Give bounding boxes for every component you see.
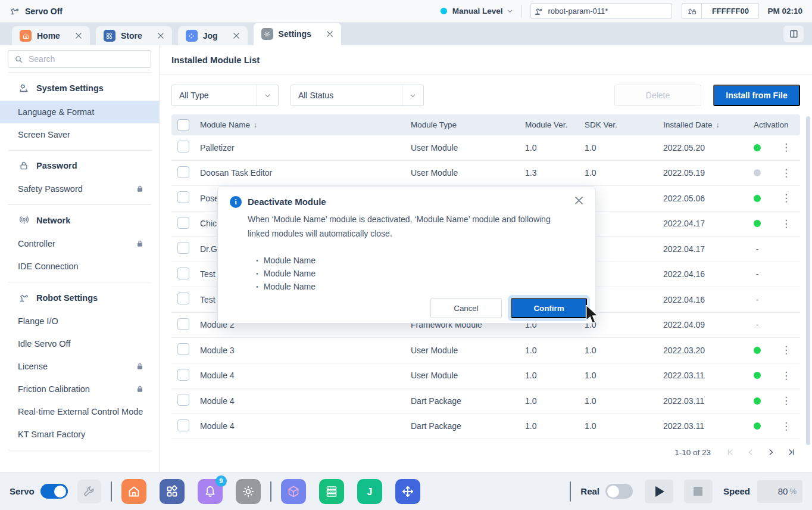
io-monitor-button[interactable] (319, 479, 344, 504)
home-shortcut-button[interactable] (121, 479, 146, 504)
simulator-button[interactable] (281, 479, 306, 504)
speed-value-box[interactable]: 80 % (757, 480, 802, 503)
row-menu-icon[interactable]: ⋮ (781, 421, 791, 431)
row-checkbox[interactable] (177, 343, 189, 355)
notifications-button[interactable]: 9 (198, 479, 223, 504)
tab-settings[interactable]: Settings (254, 23, 341, 45)
mouse-cursor (585, 305, 601, 328)
vertical-scrollbar[interactable] (806, 116, 810, 445)
row-menu-icon[interactable]: ⋮ (781, 371, 791, 381)
row-checkbox[interactable] (177, 166, 189, 178)
sidebar-section-title: Robot Settings (8, 285, 151, 310)
type-filter-value: All Type (172, 91, 257, 100)
hex-id-field[interactable]: FFFFFF00 (702, 3, 759, 19)
delete-button[interactable]: Delete (614, 85, 701, 106)
close-icon[interactable] (233, 32, 240, 39)
sidebar-item-idle-servo-off[interactable]: Idle Servo Off (0, 332, 159, 355)
col-installed-date[interactable]: Installed Date↓ (663, 120, 747, 129)
row-menu-icon[interactable]: ⋮ (781, 142, 791, 153)
search-input[interactable]: Search (8, 50, 151, 68)
info-icon: i (230, 196, 242, 208)
cell-module-name: Module 4 (200, 371, 411, 380)
robot-lock-icon[interactable] (682, 3, 702, 19)
row-menu-icon[interactable]: ⋮ (781, 168, 791, 178)
sidebar-item-kt-smart-factory[interactable]: KT Smart Factory (0, 423, 159, 446)
apps-icon (104, 30, 115, 42)
activation-dot-on (754, 422, 761, 430)
robot-param-field[interactable]: robot-param-011* (530, 3, 672, 19)
servo-toggle[interactable] (40, 484, 68, 499)
row-checkbox[interactable] (177, 419, 189, 431)
split-view-icon[interactable] (783, 26, 804, 42)
row-menu-icon[interactable]: ⋮ (781, 193, 791, 203)
sidebar-item-ide-connection[interactable]: IDE Connection (0, 255, 159, 278)
row-checkbox[interactable] (177, 242, 189, 254)
cell-module-ver: 1.3 (525, 168, 585, 178)
section-title-label: Password (36, 161, 77, 170)
cell-sdk-ver: 1.0 (585, 421, 663, 431)
no-activation-dash: - (754, 320, 761, 329)
row-menu-icon[interactable]: ⋮ (781, 345, 791, 355)
row-checkbox-cell (171, 242, 200, 256)
close-icon[interactable] (326, 30, 333, 38)
install-from-file-button[interactable]: Install from File (713, 85, 800, 106)
next-page-icon[interactable] (762, 444, 780, 460)
settings-shortcut-button[interactable] (236, 479, 261, 504)
last-page-icon[interactable] (782, 444, 800, 460)
apps-shortcut-button[interactable] (160, 479, 185, 504)
row-checkbox[interactable] (177, 318, 189, 330)
tab-jog[interactable]: Jog (178, 26, 248, 45)
cell-module-name: Module 4 (200, 396, 411, 406)
row-checkbox[interactable] (177, 293, 189, 304)
sidebar-item-label: KT Smart Factory (18, 430, 85, 439)
stop-button[interactable] (684, 480, 713, 503)
row-checkbox[interactable] (177, 141, 189, 153)
sidebar-item-safety-password[interactable]: Safety Password (0, 178, 159, 200)
row-checkbox[interactable] (177, 268, 189, 279)
speed-label: Speed (723, 486, 750, 496)
select-all-checkbox[interactable] (177, 119, 189, 131)
first-page-icon[interactable] (722, 444, 739, 460)
confirm-button[interactable]: Confirm (511, 298, 587, 318)
sidebar-item-friction-calibration[interactable]: Friction Calibration (0, 378, 159, 400)
row-checkbox[interactable] (177, 369, 189, 381)
sidebar-item-screen-saver[interactable]: Screen Saver (0, 123, 159, 146)
row-checkbox-cell (171, 268, 200, 281)
move-tool-button[interactable] (395, 479, 420, 504)
col-module-name[interactable]: Module Name↓ (200, 120, 411, 129)
sidebar-item-real-time-external-control-mode[interactable]: Real-time External Control Mode (0, 400, 159, 423)
close-icon[interactable] (75, 32, 82, 39)
row-checkbox[interactable] (177, 191, 189, 203)
table-row: PalletizerUser Module1.01.02022.05.20⋮ (171, 135, 800, 161)
cell-installed-date: 2022.03.11 (663, 371, 747, 380)
home-icon (20, 30, 32, 42)
row-menu-icon[interactable]: ⋮ (781, 219, 791, 229)
row-menu-icon[interactable]: ⋮ (781, 396, 791, 406)
prev-page-icon[interactable] (742, 444, 760, 460)
play-button[interactable] (645, 480, 673, 503)
status-filter-select[interactable]: All Status (291, 85, 424, 106)
real-toggle[interactable] (605, 484, 633, 499)
sidebar-item-controller[interactable]: Controller (0, 232, 159, 255)
sidebar-item-language-format[interactable]: Language & Format (0, 101, 159, 123)
tab-home[interactable]: Home (12, 26, 90, 45)
close-icon[interactable] (574, 196, 583, 205)
tab-store[interactable]: Store (96, 26, 172, 45)
sidebar-item-label: Flange I/O (18, 316, 58, 326)
wrench-icon[interactable] (77, 480, 101, 503)
dart-ide-button[interactable]: J (357, 479, 382, 504)
sidebar-item-license[interactable]: License (0, 355, 159, 378)
tab-bar: HomeStoreJogSettings (0, 23, 812, 45)
close-icon[interactable] (157, 32, 164, 39)
type-filter-select[interactable]: All Type (171, 85, 279, 106)
tab-label: Settings (279, 29, 311, 39)
cancel-button[interactable]: Cancel (430, 298, 502, 318)
chevron-down-icon[interactable] (507, 8, 513, 14)
mode-label[interactable]: Manual Level (452, 7, 503, 15)
antenna-icon (17, 214, 30, 226)
sidebar-item-flange-i-o[interactable]: Flange I/O (0, 310, 159, 332)
row-checkbox[interactable] (177, 217, 189, 229)
row-checkbox-cell (171, 419, 200, 433)
gear-icon (261, 28, 273, 40)
row-checkbox[interactable] (177, 394, 189, 406)
